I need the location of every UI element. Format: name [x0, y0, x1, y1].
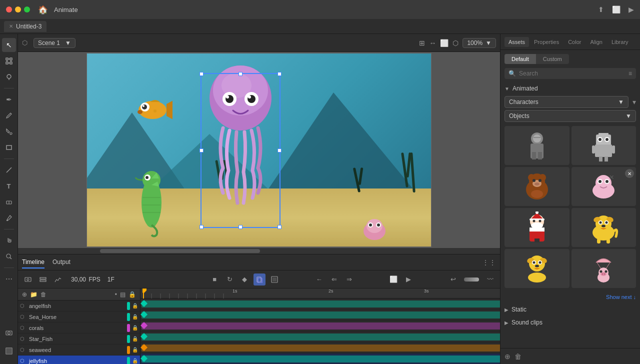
keyframe-btn[interactable]: ◆: [238, 274, 250, 286]
layer-row-angelfish[interactable]: ⬡ angelfish 🔒: [18, 300, 140, 312]
share-icon[interactable]: ⬆: [598, 6, 604, 14]
play-icon[interactable]: ▶: [628, 6, 634, 14]
animated-section-header[interactable]: ▼ Animated: [504, 83, 636, 94]
timeline-scrubber[interactable]: [464, 278, 479, 282]
asset-item-robot[interactable]: [572, 126, 636, 165]
grid-icon[interactable]: [2, 344, 16, 358]
snap-icon[interactable]: ↔: [429, 39, 436, 47]
prev-frame-btn[interactable]: ←: [313, 274, 325, 286]
add-layer-tool[interactable]: [37, 274, 49, 286]
bottom-delete-icon[interactable]: 🗑: [514, 352, 522, 360]
tab-library[interactable]: Library: [608, 37, 632, 47]
asset-item-yellow-dog[interactable]: [572, 208, 636, 247]
canvas[interactable]: [86, 53, 432, 247]
layer-row-seahorse[interactable]: ⬡ Sea_Horse 🔒: [18, 312, 140, 322]
layer-lock-icon[interactable]: 🔒: [132, 314, 138, 320]
layer-lock-icon[interactable]: 🔒: [132, 303, 138, 308]
default-btn[interactable]: Default: [504, 54, 536, 64]
more-tools-btn[interactable]: ⋯: [2, 272, 16, 286]
bottom-add-icon[interactable]: ⊕: [504, 352, 510, 360]
asset-item-pink-creature[interactable]: ✕ ✕: [572, 167, 636, 206]
scene-selector[interactable]: Scene 1 ▼: [34, 38, 76, 48]
lock-all-icon[interactable]: 🔒: [128, 291, 136, 298]
stop-btn[interactable]: ■: [208, 274, 220, 286]
frame-track-angelfish[interactable]: [140, 298, 500, 310]
clip-icon[interactable]: ⬜: [440, 39, 448, 47]
show-next-btn[interactable]: Show next ↓: [504, 292, 636, 302]
tab-output[interactable]: Output: [52, 256, 70, 268]
add-layer-icon[interactable]: ⊕: [22, 291, 27, 298]
characters-dropdown[interactable]: Characters ▼: [504, 96, 628, 108]
layer-row-jellyfish[interactable]: ⬡ jellyfish 🔒: [18, 356, 140, 364]
clip-btn[interactable]: [268, 274, 280, 286]
waveform-btn[interactable]: 〰: [484, 274, 496, 286]
eraser-tool[interactable]: [2, 195, 16, 209]
canvas-wrapper[interactable]: [18, 52, 500, 248]
static-section-header[interactable]: ▶ Static: [504, 304, 636, 315]
layer-row-seaweed[interactable]: ⬡ seaweed 🔒: [18, 344, 140, 356]
layer-lock-icon[interactable]: 🔒: [132, 347, 138, 352]
layer-lock-icon[interactable]: 🔒: [132, 336, 138, 342]
asset-item-knight[interactable]: [504, 126, 570, 165]
stage-icon[interactable]: ⬡: [452, 39, 458, 47]
frame-track-seahorse[interactable]: [140, 310, 500, 320]
layers-icon[interactable]: ▤: [120, 291, 126, 298]
document-tab[interactable]: ✕ Untitled-3: [4, 21, 46, 32]
objects-dropdown[interactable]: Objects ▼: [504, 110, 636, 122]
layer-row-starfish[interactable]: ⬡ Star_Fish 🔒: [18, 334, 140, 344]
paint-fill-tool[interactable]: [2, 124, 16, 138]
text-tool[interactable]: T: [2, 179, 16, 193]
canvas-scroll-thumb[interactable]: [100, 249, 260, 253]
tab-assets[interactable]: Assets: [504, 37, 529, 47]
asset-item-santa[interactable]: [504, 208, 570, 247]
loop-btn[interactable]: ↻: [224, 274, 236, 286]
search-input[interactable]: [519, 70, 626, 77]
export-btn[interactable]: ⬜: [388, 274, 400, 286]
filter-assets-icon[interactable]: ▾: [632, 98, 636, 106]
graph-tool[interactable]: [52, 274, 64, 286]
timeline-frames[interactable]: 1s 2s 3s 4 // tick marks drawn via CSS: [140, 288, 500, 364]
prev-btn[interactable]: ⇐: [328, 274, 340, 286]
camera-icon[interactable]: [2, 326, 16, 340]
tab-properties[interactable]: Properties: [530, 37, 563, 47]
zoom-tool[interactable]: [2, 250, 16, 264]
rectangle-tool[interactable]: [2, 140, 16, 154]
asset-item-pig-parachute[interactable]: [572, 249, 636, 288]
frame-track-jellyfish[interactable]: [140, 354, 500, 364]
transform-tool[interactable]: [2, 54, 16, 68]
line-tool[interactable]: [2, 163, 16, 177]
fullscreen-button[interactable]: [24, 6, 30, 12]
delete-layer-icon[interactable]: 🗑: [40, 291, 46, 298]
eyedropper-tool[interactable]: [2, 211, 16, 225]
hand-tool[interactable]: [2, 234, 16, 248]
filter-icon[interactable]: ≡: [628, 70, 632, 77]
tab-color[interactable]: Color: [564, 37, 585, 47]
layer-lock-icon[interactable]: 🔒: [132, 358, 138, 364]
grid-toggle-icon[interactable]: ⊞: [419, 39, 425, 47]
layer-lock-icon[interactable]: 🔒: [132, 325, 138, 330]
custom-btn[interactable]: Custom: [536, 54, 569, 64]
folder-icon[interactable]: 📁: [30, 291, 38, 298]
tab-close-icon[interactable]: ✕: [9, 24, 13, 29]
pen-tool[interactable]: ✒: [2, 92, 16, 106]
layer-row-corals[interactable]: ⬡ corals 🔒: [18, 322, 140, 334]
minimize-button[interactable]: [15, 6, 21, 12]
pencil-tool[interactable]: [2, 108, 16, 122]
lasso-tool[interactable]: [2, 70, 16, 84]
tab-timeline[interactable]: Timeline: [22, 256, 44, 268]
undo-btn[interactable]: ↩: [447, 274, 459, 286]
timeline-options-icon[interactable]: ⋮⋮: [482, 258, 496, 266]
window-icon[interactable]: ⬜: [612, 6, 620, 14]
camera-tool[interactable]: [22, 274, 34, 286]
onion-skin-btn[interactable]: [254, 274, 266, 286]
frame-track-starfish[interactable]: [140, 332, 500, 342]
canvas-horizontal-scrollbar[interactable]: [18, 248, 500, 254]
close-button[interactable]: [6, 6, 12, 12]
asset-item-sitting-dog[interactable]: [504, 249, 570, 288]
tab-align[interactable]: Align: [586, 37, 606, 47]
zoom-selector[interactable]: 100% ▼: [462, 38, 496, 48]
frame-track-corals[interactable]: [140, 320, 500, 332]
frame-track-seaweed[interactable]: [140, 342, 500, 354]
sound-section-header[interactable]: ▶ Sound clips: [504, 317, 636, 328]
play-btn[interactable]: ▶: [402, 274, 414, 286]
